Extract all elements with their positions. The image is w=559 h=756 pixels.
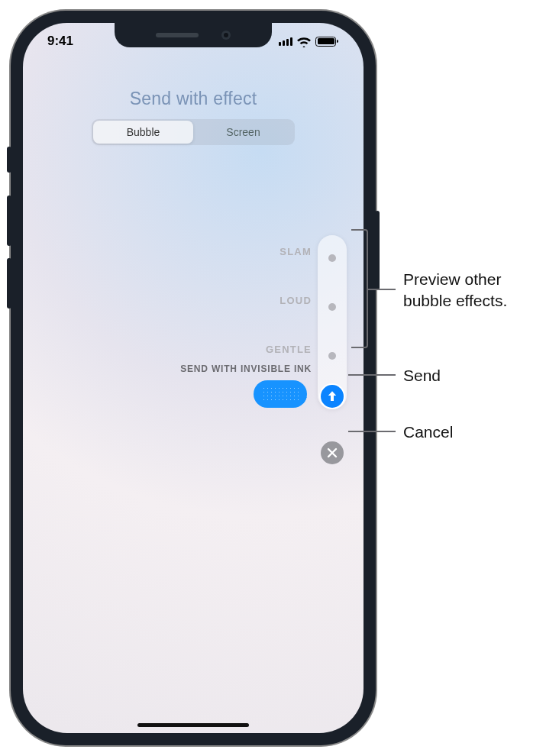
effect-dot-loud[interactable] (328, 303, 336, 311)
battery-icon (315, 37, 336, 47)
arrow-up-icon (325, 389, 339, 403)
front-camera (221, 31, 231, 40)
notch (115, 23, 272, 47)
leader-send (348, 374, 396, 376)
send-button[interactable] (321, 385, 344, 408)
volume-up-button (7, 195, 11, 246)
segmented-control: Bubble Screen (92, 119, 295, 145)
mute-switch (7, 147, 11, 173)
cancel-button[interactable] (321, 441, 344, 464)
iphone-device-frame: 9:41 Send with effect Bubble Screen SLAM… (11, 11, 376, 745)
screen: 9:41 Send with effect Bubble Screen SLAM… (23, 23, 364, 733)
callouts: Preview other bubble effects. Send Cance… (376, 0, 553, 756)
callout-preview: Preview other bubble effects. (403, 269, 548, 312)
effect-dot-slam[interactable] (328, 254, 336, 262)
message-preview-bubble (254, 380, 307, 408)
callout-send: Send (403, 365, 441, 386)
effect-label-selected: SEND WITH INVISIBLE INK (180, 363, 312, 374)
effect-label-slam: SLAM (280, 246, 312, 257)
wifi-icon (297, 37, 311, 47)
leader-cancel (348, 431, 396, 432)
leader-preview (368, 289, 396, 290)
cellular-signal-icon (279, 37, 292, 46)
effects-track (318, 235, 347, 409)
callout-cancel: Cancel (403, 422, 453, 443)
tab-bubble[interactable]: Bubble (93, 121, 193, 144)
page-title: Send with effect (23, 89, 364, 109)
speaker-grille (156, 33, 199, 37)
effect-label-gentle: GENTLE (266, 344, 312, 355)
effect-dot-gentle[interactable] (328, 352, 336, 360)
close-icon (327, 447, 338, 458)
invisible-ink-effect (262, 386, 299, 402)
tab-screen[interactable]: Screen (193, 121, 293, 144)
effect-label-loud: LOUD (280, 295, 312, 306)
bracket-preview (351, 229, 368, 348)
volume-down-button (7, 258, 11, 309)
home-indicator[interactable] (137, 723, 249, 727)
status-time: 9:41 (47, 34, 73, 49)
header: Send with effect (23, 89, 364, 109)
